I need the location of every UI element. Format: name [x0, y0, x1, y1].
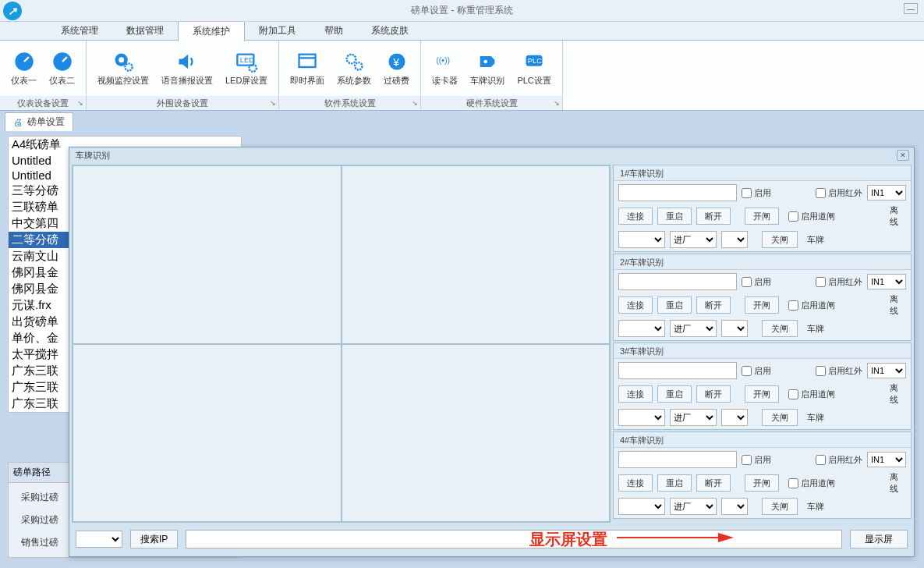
ribbon-instrument1[interactable]: 仪表一 [5, 48, 43, 88]
ip-input[interactable] [618, 451, 737, 468]
minimize-button[interactable]: — [904, 3, 918, 14]
svg-point-15 [484, 60, 488, 64]
ip-input[interactable] [618, 362, 737, 379]
ribbon-led[interactable]: LED LED屏设置 [219, 48, 274, 88]
camera-panel-2: 2#车牌识别 启用 启用红外 IN1 连接 重启 断开 开闸 启用道闸 离线 进… [613, 254, 912, 341]
panel-header: 2#车牌识别 [614, 254, 911, 270]
video-cell-4[interactable] [342, 344, 611, 523]
video-cell-1[interactable] [73, 165, 342, 344]
ir-checkbox[interactable]: 启用红外 [816, 276, 862, 288]
restart-button[interactable]: 重启 [657, 385, 692, 403]
ip-input[interactable] [618, 184, 737, 201]
gate-checkbox[interactable]: 启用道闸 [788, 389, 835, 400]
in-select[interactable]: IN1 [867, 363, 906, 378]
combo2[interactable] [721, 231, 748, 248]
gate-checkbox[interactable]: 启用道闸 [788, 300, 835, 311]
open-gate-button[interactable]: 开闸 [745, 474, 779, 492]
close-gate-button[interactable]: 关闸 [762, 409, 798, 426]
offline-status: 离线 [887, 293, 906, 317]
panel-header: 4#车牌识别 [614, 432, 911, 448]
launcher-icon[interactable]: ↘ [412, 99, 418, 107]
ribbon-params[interactable]: 系统参数 [331, 48, 377, 88]
enable-checkbox[interactable]: 启用 [742, 276, 771, 288]
direction-select[interactable]: 进厂 [670, 320, 717, 337]
ribbon-video[interactable]: 视频监控设置 [91, 48, 155, 88]
ip-input[interactable] [618, 273, 737, 290]
ribbon-plate[interactable]: 车牌识别 [464, 48, 511, 88]
enable-checkbox[interactable]: 启用 [742, 365, 771, 377]
svg-text:((•)): ((•)) [436, 55, 450, 65]
in-select[interactable]: IN1 [867, 452, 906, 467]
video-cell-3[interactable] [73, 344, 342, 523]
menu-skin[interactable]: 系统皮肤 [357, 21, 423, 41]
title-bar: ↗ 磅单设置 - 称重管理系统 — [0, 0, 924, 22]
ribbon-instrument2[interactable]: 仪表二 [43, 48, 81, 88]
menu-tools[interactable]: 附加工具 [245, 21, 310, 41]
menu-help[interactable]: 帮助 [310, 21, 357, 41]
log-output[interactable] [186, 530, 842, 548]
connect-button[interactable]: 连接 [618, 385, 653, 403]
ir-checkbox[interactable]: 启用红外 [816, 365, 862, 377]
restart-button[interactable]: 重启 [657, 296, 692, 314]
direction-select[interactable]: 进厂 [670, 231, 717, 248]
menu-system[interactable]: 系统管理 [47, 21, 112, 41]
ip-combo[interactable] [76, 531, 122, 548]
ribbon-plc[interactable]: PLC PLC设置 [511, 48, 557, 88]
gate-checkbox[interactable]: 启用道闸 [788, 477, 835, 489]
open-gate-button[interactable]: 开闸 [745, 385, 779, 403]
launcher-icon[interactable]: ↘ [77, 99, 83, 107]
connect-button[interactable]: 连接 [618, 474, 653, 492]
ir-checkbox[interactable]: 启用红外 [816, 187, 862, 199]
menu-bar: 系统管理 数据管理 系统维护 附加工具 帮助 系统皮肤 [0, 22, 924, 41]
disconnect-button[interactable]: 断开 [696, 208, 731, 225]
close-gate-button[interactable]: 关闸 [762, 498, 798, 515]
combo2[interactable] [721, 498, 748, 515]
direction-select[interactable]: 进厂 [670, 498, 717, 515]
ribbon-realtime[interactable]: 即时界面 [284, 48, 331, 88]
menu-maintain[interactable]: 系统维护 [178, 21, 245, 41]
disconnect-button[interactable]: 断开 [696, 296, 731, 314]
arrow-icon [617, 530, 734, 549]
combo2[interactable] [721, 320, 748, 337]
display-screen-button[interactable]: 显示屏 [850, 530, 908, 548]
menu-data[interactable]: 数据管理 [112, 21, 178, 41]
video-preview-grid [72, 165, 611, 523]
tab-pound-settings[interactable]: 🖨 磅单设置 [5, 112, 73, 131]
direction-select[interactable]: 进厂 [670, 409, 717, 426]
in-select[interactable]: IN1 [867, 274, 906, 289]
combo1[interactable] [618, 498, 665, 515]
disconnect-button[interactable]: 断开 [696, 385, 731, 403]
enable-checkbox[interactable]: 启用 [742, 187, 771, 199]
window-title: 磅单设置 - 称重管理系统 [411, 4, 513, 17]
combo2[interactable] [721, 409, 748, 426]
disconnect-button[interactable]: 断开 [696, 474, 731, 492]
enable-checkbox[interactable]: 启用 [742, 454, 771, 466]
svg-rect-8 [299, 55, 316, 67]
search-ip-button[interactable]: 搜索IP [130, 530, 178, 548]
video-cell-2[interactable] [342, 165, 611, 344]
gauge-icon [51, 50, 74, 73]
ribbon-voice[interactable]: 语音播报设置 [155, 48, 219, 88]
in-select[interactable]: IN1 [867, 185, 906, 201]
combo1[interactable] [618, 231, 665, 248]
combo1[interactable] [618, 409, 665, 426]
launcher-icon[interactable]: ↘ [554, 99, 560, 107]
close-gate-button[interactable]: 关闸 [762, 231, 798, 248]
combo1[interactable] [618, 320, 665, 337]
close-gate-button[interactable]: 关闸 [762, 320, 798, 337]
ribbon-fee[interactable]: ¥ 过磅费 [377, 48, 416, 88]
tab-label: 磅单设置 [27, 115, 65, 129]
connect-button[interactable]: 连接 [618, 296, 653, 314]
gate-checkbox[interactable]: 启用道闸 [788, 211, 835, 222]
close-icon[interactable]: ✕ [897, 150, 909, 161]
restart-button[interactable]: 重启 [657, 208, 692, 225]
connect-button[interactable]: 连接 [618, 208, 653, 225]
ribbon-group-hardware: ((•)) 读卡器 车牌识别 PLC PLC设置 硬件系统设置↘ [421, 41, 562, 110]
plate-status: 车牌 [807, 234, 824, 246]
open-gate-button[interactable]: 开闸 [745, 208, 779, 225]
ir-checkbox[interactable]: 启用红外 [816, 454, 862, 466]
open-gate-button[interactable]: 开闸 [745, 296, 779, 314]
ribbon-reader[interactable]: ((•)) 读卡器 [426, 48, 464, 88]
launcher-icon[interactable]: ↘ [270, 99, 276, 107]
restart-button[interactable]: 重启 [657, 474, 692, 492]
